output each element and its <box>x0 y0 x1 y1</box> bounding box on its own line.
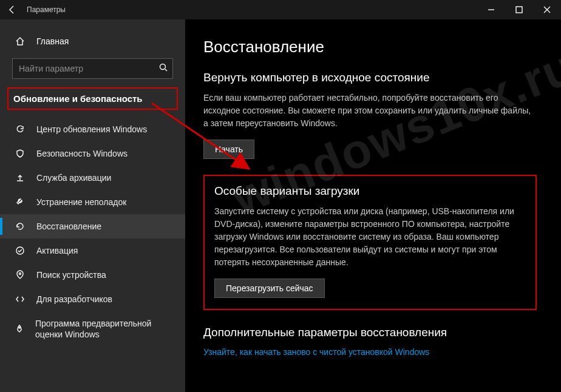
home-icon <box>15 36 25 46</box>
sidebar-item-label: Программа предварительной оценки Windows <box>35 318 171 340</box>
minimize-button[interactable] <box>477 0 505 19</box>
sidebar-item-label: Для разработчиков <box>36 294 112 304</box>
home-link[interactable]: Главная <box>0 32 185 51</box>
sidebar-item-label: Служба архивации <box>36 173 111 183</box>
advanced-description: Запустите систему с устройства или диска… <box>214 205 526 269</box>
reset-start-button[interactable]: Начать <box>203 140 254 159</box>
content-area: windows10x.ru Восстановление Вернуть ком… <box>185 19 561 392</box>
svg-point-3 <box>19 273 21 275</box>
sidebar-item-find-device[interactable]: Поиск устройства <box>0 263 185 287</box>
refresh-icon <box>15 124 25 135</box>
sidebar: Главная Обновление и безопасность Центр … <box>0 19 185 392</box>
search-icon <box>158 63 168 75</box>
sidebar-item-windows-update[interactable]: Центр обновления Windows <box>0 117 185 141</box>
sidebar-nav: Центр обновления Windows Безопасность Wi… <box>0 117 185 346</box>
check-circle-icon <box>15 245 25 256</box>
sidebar-section-highlight: Обновление и безопасность <box>7 87 178 110</box>
advanced-section: Особые варианты загрузки Запустите систе… <box>214 184 526 298</box>
reset-section: Вернуть компьютер в исходное состояние Е… <box>203 71 537 159</box>
search-input[interactable] <box>12 58 173 79</box>
svg-rect-0 <box>516 7 522 13</box>
location-icon <box>15 269 25 280</box>
sidebar-item-label: Центр обновления Windows <box>36 124 147 134</box>
sidebar-item-troubleshoot[interactable]: Устранение неполадок <box>0 190 185 214</box>
reset-description: Если ваш компьютер работает нестабильно,… <box>203 92 531 130</box>
upload-icon <box>15 172 25 183</box>
page-title: Восстановление <box>203 38 537 56</box>
titlebar: Параметры <box>0 0 561 19</box>
shield-icon <box>15 148 25 159</box>
sidebar-item-label: Устранение неполадок <box>36 197 126 207</box>
close-button[interactable] <box>533 0 561 19</box>
restart-now-button[interactable]: Перезагрузить сейчас <box>214 279 325 298</box>
reset-heading: Вернуть компьютер в исходное состояние <box>203 71 537 84</box>
sidebar-item-label: Поиск устройства <box>36 270 106 280</box>
fresh-start-link[interactable]: Узнайте, как начать заново с чистой уста… <box>203 347 429 357</box>
sidebar-item-insider[interactable]: Программа предварительной оценки Windows <box>0 311 185 346</box>
home-label: Главная <box>36 36 69 46</box>
code-icon <box>15 294 25 305</box>
svg-point-1 <box>160 64 166 70</box>
sidebar-item-security[interactable]: Безопасность Windows <box>0 141 185 166</box>
wrench-icon <box>15 197 25 208</box>
rocket-icon <box>15 323 24 334</box>
sidebar-item-activation[interactable]: Активация <box>0 238 185 263</box>
more-recovery-section: Дополнительные параметры восстановления … <box>203 326 537 357</box>
sidebar-item-label: Восстановление <box>36 221 101 231</box>
history-icon <box>15 221 25 232</box>
more-heading: Дополнительные параметры восстановления <box>203 326 537 339</box>
sidebar-item-developers[interactable]: Для разработчиков <box>0 287 185 311</box>
maximize-button[interactable] <box>505 0 533 19</box>
advanced-heading: Особые варианты загрузки <box>214 184 526 198</box>
sidebar-item-label: Активация <box>36 246 78 255</box>
advanced-startup-highlight: Особые варианты загрузки Запустите систе… <box>203 175 537 310</box>
sidebar-item-label: Безопасность Windows <box>36 149 127 158</box>
sidebar-item-backup[interactable]: Служба архивации <box>0 166 185 190</box>
sidebar-section-title: Обновление и безопасность <box>13 93 172 104</box>
back-button[interactable] <box>5 2 19 17</box>
sidebar-item-recovery[interactable]: Восстановление <box>0 214 185 238</box>
svg-point-4 <box>19 327 20 328</box>
svg-point-2 <box>16 247 24 254</box>
window-title: Параметры <box>27 5 66 14</box>
